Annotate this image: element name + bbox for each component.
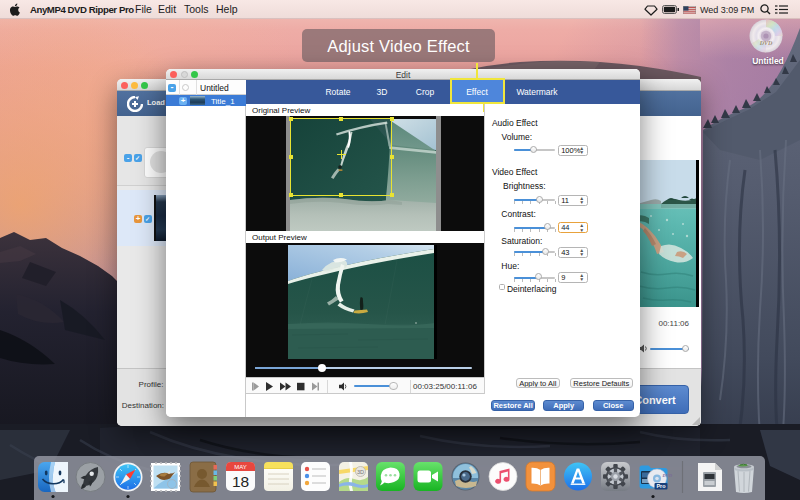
svg-text:MAY: MAY <box>234 464 247 470</box>
svg-text:DVD: DVD <box>662 473 673 478</box>
svg-text:Pro: Pro <box>656 483 666 489</box>
svg-text:18: 18 <box>232 473 249 490</box>
svg-text:3D: 3D <box>357 469 364 475</box>
